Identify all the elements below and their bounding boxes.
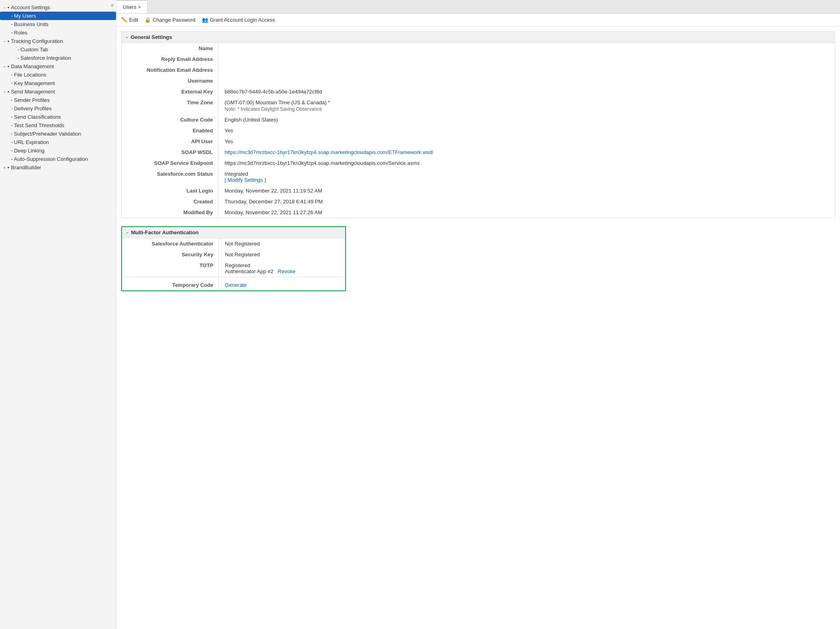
sidebar-item-send-classifications[interactable]: • Send Classifications bbox=[0, 113, 116, 121]
field-temporary-code: Temporary Code Generate bbox=[122, 277, 345, 291]
tab-bar: Users > bbox=[116, 0, 840, 14]
sidebar-item-brand-builder[interactable]: + ● BrandBuilder bbox=[0, 163, 116, 172]
field-label-temporary-code: Temporary Code bbox=[122, 277, 218, 291]
field-value-soap-wsdl: https://mc3d7mrzbxcc-1byr17kn3kyfzp4.soa… bbox=[218, 147, 835, 158]
sidebar-item-business-units[interactable]: • Business Units bbox=[0, 20, 116, 28]
modify-settings-link[interactable]: [ Modify Settings ] bbox=[225, 177, 266, 183]
sidebar-item-key-management[interactable]: • Key Management bbox=[0, 79, 116, 87]
field-name: Name bbox=[122, 43, 835, 54]
field-enabled: Enabled Yes bbox=[122, 125, 835, 136]
field-label-enabled: Enabled bbox=[122, 125, 218, 136]
field-timezone: Time Zone (GMT-07:00) Mountain Time (US … bbox=[122, 97, 835, 114]
field-value-created: Thursday, December 27, 2018 6:41:49 PM bbox=[218, 196, 835, 207]
grant-access-button[interactable]: 👥 Grant Account Login Access bbox=[202, 17, 275, 23]
field-totp: TOTP Registered Authenticator App #2 Rev… bbox=[122, 260, 345, 277]
sidebar-item-send-management[interactable]: − ● Send Management bbox=[0, 87, 116, 96]
field-label-salesforce-authenticator: Salesforce Authenticator bbox=[122, 238, 218, 249]
generate-button[interactable]: Generate bbox=[225, 282, 247, 288]
field-label-soap-wsdl: SOAP WSDL bbox=[122, 147, 218, 158]
revoke-totp-link[interactable]: Revoke bbox=[278, 268, 295, 274]
sidebar: « − ● Account Settings • My Users • Busi… bbox=[0, 0, 116, 629]
sidebar-item-my-users[interactable]: • My Users bbox=[0, 12, 116, 20]
timezone-note: Note: * Indicates Daylight Saving Observ… bbox=[225, 106, 830, 112]
change-password-button[interactable]: 🔒 Change Password bbox=[144, 17, 195, 23]
field-label-created: Created bbox=[122, 196, 218, 207]
sidebar-item-data-management[interactable]: − ● Data Management bbox=[0, 62, 116, 71]
field-label-salesforce-status: Salesforce.com Status bbox=[122, 168, 218, 185]
toggle-data-management[interactable]: − bbox=[3, 64, 6, 69]
toggle-tracking-configuration[interactable]: − bbox=[3, 39, 6, 44]
collapse-general-settings-icon[interactable]: − bbox=[126, 35, 128, 40]
field-label-soap-service-endpoint: SOAP Service Endpoint bbox=[122, 158, 218, 168]
sidebar-item-subject-preheader-validation[interactable]: • Subject/Preheader Validation bbox=[0, 130, 116, 138]
sidebar-item-delivery-profiles[interactable]: • Delivery Profiles bbox=[0, 104, 116, 113]
sidebar-item-url-expiration[interactable]: • URL Expiration bbox=[0, 138, 116, 146]
field-label-api-user: API User bbox=[122, 136, 218, 147]
field-salesforce-authenticator: Salesforce Authenticator Not Registered bbox=[122, 238, 345, 249]
field-value-api-user: Yes bbox=[218, 136, 835, 147]
field-salesforce-status: Salesforce.com Status Integrated [ Modif… bbox=[122, 168, 835, 185]
field-label-culture-code: Culture Code bbox=[122, 114, 218, 125]
field-reply-email: Reply Email Address bbox=[122, 54, 835, 65]
field-value-temporary-code: Generate bbox=[218, 277, 345, 291]
field-value-modified-by: Monday, November 22, 2021 11:27:26 AM bbox=[218, 207, 835, 218]
collapse-mfa-icon[interactable]: − bbox=[126, 230, 128, 235]
field-notification-email: Notification Email Address bbox=[122, 65, 835, 75]
field-label-last-login: Last Login bbox=[122, 185, 218, 196]
sidebar-item-custom-tab[interactable]: • Custom Tab bbox=[0, 45, 116, 54]
field-value-last-login: Monday, November 22, 2021 11:19:52 AM bbox=[218, 185, 835, 196]
field-value-timezone: (GMT-07:00) Mountain Time (US & Canada) … bbox=[218, 97, 835, 114]
field-label-security-key: Security Key bbox=[122, 249, 218, 260]
field-value-notification-email bbox=[218, 65, 835, 75]
sidebar-collapse-button[interactable]: « bbox=[111, 2, 114, 8]
toggle-account-settings[interactable]: − bbox=[3, 5, 6, 10]
field-value-culture-code: English (United States) bbox=[218, 114, 835, 125]
field-label-totp: TOTP bbox=[122, 260, 218, 277]
sidebar-item-salesforce-integration[interactable]: • Salesforce Integration bbox=[0, 54, 116, 62]
field-value-soap-service-endpoint: https://mc3d7mrzbxcc-1byr17kn3kyfzp4.soa… bbox=[218, 158, 835, 168]
general-settings-section: − General Settings Name Reply Email Addr… bbox=[121, 31, 835, 218]
field-label-modified-by: Modified By bbox=[122, 207, 218, 218]
main-content: Users > ✏️ Edit 🔒 Change Password 👥 Gran… bbox=[116, 0, 840, 629]
sidebar-item-file-locations[interactable]: • File Locations bbox=[0, 71, 116, 79]
field-security-key: Security Key Not Registered bbox=[122, 249, 345, 260]
toggle-brand-builder[interactable]: + bbox=[3, 165, 6, 170]
mfa-section: − Multi-Factor Authentication Salesforce… bbox=[121, 226, 346, 291]
field-last-login: Last Login Monday, November 22, 2021 11:… bbox=[122, 185, 835, 196]
field-value-username bbox=[218, 75, 835, 86]
sidebar-item-sender-profiles[interactable]: • Sender Profiles bbox=[0, 96, 116, 104]
field-value-external-key: b88ec7b7-6449-4c5b-a50e-1e494a72cf8d bbox=[218, 86, 835, 97]
toggle-send-management[interactable]: − bbox=[3, 89, 6, 94]
field-value-salesforce-status: Integrated [ Modify Settings ] bbox=[218, 168, 835, 185]
edit-button[interactable]: ✏️ Edit bbox=[121, 17, 138, 23]
field-label-username: Username bbox=[122, 75, 218, 86]
toolbar: ✏️ Edit 🔒 Change Password 👥 Grant Accoun… bbox=[116, 14, 840, 26]
field-value-enabled: Yes bbox=[218, 125, 835, 136]
field-username: Username bbox=[122, 75, 835, 86]
field-label-notification-email: Notification Email Address bbox=[122, 65, 218, 75]
sidebar-item-test-send-thresholds[interactable]: • Test Send Thresholds bbox=[0, 121, 116, 130]
mfa-header: − Multi-Factor Authentication bbox=[122, 227, 345, 238]
field-label-timezone: Time Zone bbox=[122, 97, 218, 114]
sidebar-item-tracking-configuration[interactable]: − ● Tracking Configuration bbox=[0, 37, 116, 45]
mfa-table: Salesforce Authenticator Not Registered … bbox=[122, 238, 345, 290]
field-external-key: External Key b88ec7b7-6449-4c5b-a50e-1e4… bbox=[122, 86, 835, 97]
sidebar-item-deep-linking[interactable]: • Deep Linking bbox=[0, 146, 116, 155]
field-label-external-key: External Key bbox=[122, 86, 218, 97]
content-area: − General Settings Name Reply Email Addr… bbox=[116, 26, 840, 304]
edit-icon: ✏️ bbox=[121, 17, 128, 23]
field-value-totp: Registered Authenticator App #2 Revoke bbox=[218, 260, 345, 277]
sidebar-item-account-settings[interactable]: − ● Account Settings bbox=[0, 3, 116, 12]
field-api-user: API User Yes bbox=[122, 136, 835, 147]
sidebar-item-roles[interactable]: • Roles bbox=[0, 28, 116, 37]
field-culture-code: Culture Code English (United States) bbox=[122, 114, 835, 125]
field-soap-wsdl: SOAP WSDL https://mc3d7mrzbxcc-1byr17kn3… bbox=[122, 147, 835, 158]
sidebar-item-auto-suppression-configuration[interactable]: • Auto-Suppression Configuration bbox=[0, 155, 116, 163]
field-value-reply-email bbox=[218, 54, 835, 65]
general-settings-header: − General Settings bbox=[122, 32, 835, 43]
lock-icon: 🔒 bbox=[144, 17, 151, 23]
tab-users[interactable]: Users > bbox=[116, 0, 148, 13]
soap-wsdl-link[interactable]: https://mc3d7mrzbxcc-1byr17kn3kyfzp4.soa… bbox=[225, 149, 433, 155]
users-icon: 👥 bbox=[202, 17, 208, 23]
field-soap-service-endpoint: SOAP Service Endpoint https://mc3d7mrzbx… bbox=[122, 158, 835, 168]
